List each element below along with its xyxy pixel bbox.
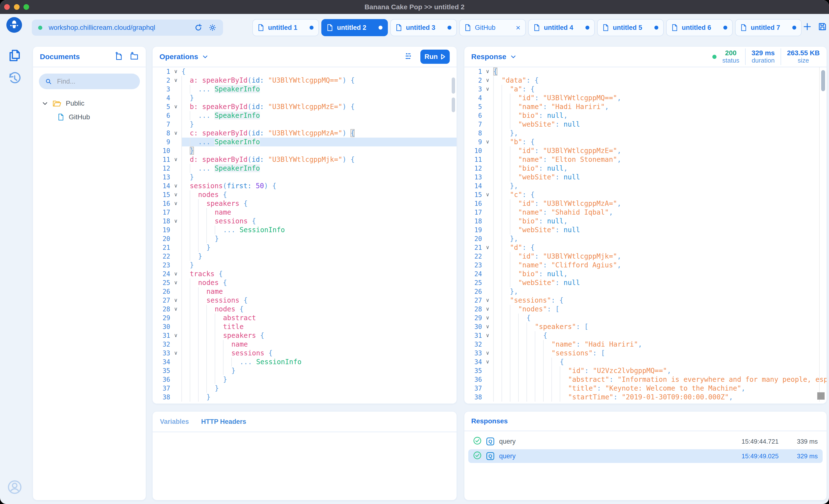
operations-code-line[interactable]: 15∨nodes { <box>153 190 457 199</box>
response-code-line[interactable]: 33∨"sessions": [ <box>464 349 827 358</box>
response-code-line[interactable]: 14}, <box>464 182 827 190</box>
operations-code-line[interactable]: 30title <box>153 322 457 331</box>
prettify-icon[interactable] <box>405 52 413 61</box>
tab-unsaved-dot[interactable] <box>723 26 727 30</box>
response-code-line[interactable]: 30∨"speakers": [ <box>464 322 827 331</box>
fold-chevron-icon[interactable]: ∨ <box>482 190 493 199</box>
tab-github[interactable]: GitHub× <box>459 19 526 36</box>
tab-untitled-4[interactable]: untitled 4 <box>528 19 595 36</box>
fold-chevron-icon[interactable]: ∨ <box>170 296 181 305</box>
fold-chevron-icon[interactable]: ∨ <box>170 270 181 278</box>
operations-code-line[interactable]: 18∨sessions { <box>153 217 457 226</box>
operations-code-line[interactable]: 5∨b: speakerById(id: "U3BlYWtlcgppMzE=")… <box>153 103 457 111</box>
save-icon[interactable] <box>818 22 827 32</box>
rail-account-icon[interactable] <box>7 479 23 495</box>
fold-chevron-icon[interactable]: ∨ <box>170 155 181 164</box>
fold-chevron-icon[interactable]: ∨ <box>170 217 181 226</box>
response-code-line[interactable]: 28∨"nodes": [ <box>464 305 827 314</box>
operations-title[interactable]: Operations <box>159 52 208 61</box>
operations-editor[interactable]: 1∨{2∨a: speakerById(id: "U3BlYWtlcgppMQ=… <box>153 67 457 403</box>
operations-code-line[interactable]: 10} <box>153 146 457 155</box>
tab-http-headers[interactable]: HTTP Headers <box>201 418 246 426</box>
new-folder-icon[interactable] <box>130 52 139 62</box>
operations-code-line[interactable]: 29abstract <box>153 314 457 322</box>
response-row-query[interactable]: Qquery15:49:49.025329 ms <box>468 449 823 463</box>
response-row-query[interactable]: Qquery15:49:44.721339 ms <box>468 435 823 448</box>
fold-chevron-icon[interactable]: ∨ <box>482 138 493 146</box>
operations-code-line[interactable]: 8∨c: speakerById(id: "U3BlYWtlcgppMzA=")… <box>153 129 457 138</box>
find-input[interactable] <box>57 77 134 85</box>
operations-code-line[interactable]: 20} <box>153 234 457 243</box>
response-code-line[interactable]: 37"title": "Keynote: Welcome to the Mach… <box>464 384 827 393</box>
response-code-line[interactable]: 24"bio": null, <box>464 270 827 278</box>
response-code-line[interactable]: 34∨{ <box>464 358 827 366</box>
operations-code-line[interactable]: 19... SessionInfo <box>153 226 457 234</box>
scrollbar-mark[interactable] <box>452 77 455 93</box>
response-code-line[interactable]: 31∨{ <box>464 331 827 340</box>
operations-code-line[interactable]: 11∨d: speakerById(id: "U3BlYWtlcgppMjk="… <box>153 155 457 164</box>
response-viewer[interactable]: 1∨{2∨"data": {3∨"a": {4"id": "U3BlYWtlcg… <box>464 67 827 403</box>
operations-code-line[interactable]: 33∨sessions { <box>153 349 457 358</box>
fold-chevron-icon[interactable]: ∨ <box>482 314 493 322</box>
refresh-icon[interactable] <box>194 24 203 32</box>
tab-variables[interactable]: Variables <box>160 418 189 426</box>
new-tab-icon[interactable] <box>803 22 812 32</box>
operations-code-line[interactable]: 13} <box>153 173 457 182</box>
tab-unsaved-dot[interactable] <box>447 26 452 30</box>
fold-chevron-icon[interactable]: ∨ <box>482 322 493 331</box>
operations-code-line[interactable]: 27∨sessions { <box>153 296 457 305</box>
tab-unsaved-dot[interactable] <box>792 26 796 30</box>
operations-code-line[interactable]: 36} <box>153 375 457 384</box>
fold-chevron-icon[interactable]: ∨ <box>170 190 181 199</box>
fold-chevron-icon[interactable]: ∨ <box>170 67 181 76</box>
operations-code-line[interactable]: 17name <box>153 208 457 217</box>
response-code-line[interactable]: 26}, <box>464 287 827 296</box>
variables-editor[interactable] <box>153 432 457 500</box>
fold-chevron-icon[interactable]: ∨ <box>482 243 493 252</box>
fold-chevron-icon[interactable]: ∨ <box>482 296 493 305</box>
operations-code-line[interactable]: 16∨speakers { <box>153 199 457 208</box>
tree-item-folder[interactable]: Public <box>33 96 146 110</box>
response-code-line[interactable]: 20}, <box>464 234 827 243</box>
tree-item-label[interactable]: GitHub <box>69 113 90 121</box>
fold-chevron-icon[interactable]: ∨ <box>482 358 493 366</box>
fold-chevron-icon[interactable]: ∨ <box>170 182 181 190</box>
response-code-line[interactable]: 5"name": "Hadi Hariri", <box>464 103 827 111</box>
scrollbar-thumb-horizontal[interactable] <box>817 392 825 400</box>
operations-code-line[interactable]: 9... SpeakerInfo <box>153 138 457 146</box>
operations-code-line[interactable]: 24∨tracks { <box>153 270 457 278</box>
fold-chevron-icon[interactable]: ∨ <box>170 103 181 111</box>
tab-untitled-1[interactable]: untitled 1 <box>252 19 319 36</box>
fold-chevron-icon[interactable]: ∨ <box>170 76 181 85</box>
operations-code-line[interactable]: 38} <box>153 393 457 401</box>
fold-chevron-icon[interactable]: ∨ <box>170 305 181 314</box>
endpoint-url[interactable]: workshop.chillicream.cloud/graphql <box>49 24 188 32</box>
response-code-line[interactable]: 15∨"c": { <box>464 190 827 199</box>
response-code-line[interactable]: 38"startTime": "2019-01-30T09:00:00.000Z… <box>464 393 827 401</box>
operations-code-line[interactable]: 4} <box>153 93 457 103</box>
fold-chevron-icon[interactable]: ∨ <box>482 76 493 85</box>
operations-code-line[interactable]: 32name <box>153 340 457 349</box>
operations-code-line[interactable]: 2∨a: speakerById(id: "U3BlYWtlcgppMQ==")… <box>153 76 457 85</box>
fold-chevron-icon[interactable]: ∨ <box>482 85 493 93</box>
response-code-line[interactable]: 21∨"d": { <box>464 243 827 252</box>
response-code-line[interactable]: 1∨{ <box>464 67 827 76</box>
tree-item-file[interactable]: GitHub <box>33 110 146 124</box>
tab-untitled-2[interactable]: untitled 2 <box>321 19 388 36</box>
operations-code-line[interactable]: 34... SessionInfo <box>153 358 457 366</box>
response-code-line[interactable]: 29∨{ <box>464 314 827 322</box>
operations-code-line[interactable]: 7} <box>153 120 457 129</box>
operations-code-line[interactable]: 28∨nodes { <box>153 305 457 314</box>
response-code-line[interactable]: 8}, <box>464 129 827 138</box>
response-code-line[interactable]: 7"webSite": null <box>464 120 827 129</box>
fold-chevron-icon[interactable]: ∨ <box>170 199 181 208</box>
run-button[interactable]: Run <box>420 50 450 64</box>
response-code-line[interactable]: 6"bio": null, <box>464 111 827 120</box>
tab-unsaved-dot[interactable] <box>585 26 589 30</box>
fold-chevron-icon[interactable]: ∨ <box>170 278 181 287</box>
operations-code-line[interactable]: 14∨sessions(first: 50) { <box>153 182 457 190</box>
response-code-line[interactable]: 11"name": "Elton Stoneman", <box>464 155 827 164</box>
operations-code-line[interactable]: 26name <box>153 287 457 296</box>
response-code-line[interactable]: 35"id": "U2Vzc2lvbgppMQ==", <box>464 366 827 375</box>
scrollbar-thumb[interactable] <box>821 70 825 91</box>
